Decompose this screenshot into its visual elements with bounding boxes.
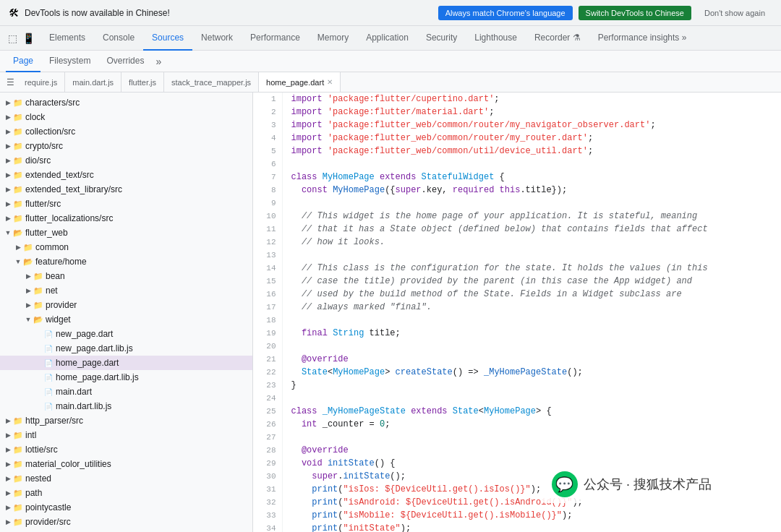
devtools-icon: 🛠	[9, 7, 19, 19]
tab-elements[interactable]: Elements	[40, 26, 94, 51]
tab-performance[interactable]: Performance	[242, 26, 309, 51]
folder-icon: 📁	[13, 459, 23, 469]
tree-item-label: pointycastle	[25, 502, 71, 512]
folder-arrow-icon: ▶	[3, 488, 13, 498]
tree-item-pointycastle[interactable]: ▶ 📁 pointycastle	[0, 500, 252, 515]
tree-item-label: nested	[25, 473, 51, 484]
tree-item-new-page-dart-lib[interactable]: 📄 new_page.dart.lib.js	[0, 341, 252, 356]
tree-item-http-parser[interactable]: ▶ 📁 http_parser/src	[0, 413, 252, 428]
folder-arrow-icon: ▶	[3, 213, 13, 223]
folder-arrow-icon: ▶	[3, 98, 13, 108]
dont-show-button[interactable]: Don't show again	[697, 6, 772, 20]
file-tab-main-dart-js[interactable]: main.dart.js	[65, 72, 121, 93]
file-tab-stack-trace[interactable]: stack_trace_mapper.js	[164, 72, 259, 93]
tree-item-label: http_parser/src	[25, 416, 83, 426]
file-tab-require-js[interactable]: require.js	[17, 72, 65, 93]
code-editor[interactable]: 1 import 'package:flutter/cupertino.dart…	[253, 93, 781, 532]
switch-to-chinese-button[interactable]: Switch DevTools to Chinese	[579, 6, 691, 20]
sources-sub-toolbar: Page Filesystem Overrides »	[0, 51, 781, 72]
tree-item-widget[interactable]: ▼ 📂 widget	[0, 312, 252, 327]
device-icon[interactable]: 📱	[22, 32, 35, 45]
close-tab-icon[interactable]: ✕	[327, 78, 333, 86]
tree-item-intl[interactable]: ▶ 📁 intl	[0, 428, 252, 442]
main-content: ▶ 📁 characters/src ▶ 📁 clock ▶ 📁 collect…	[0, 93, 781, 532]
code-line-20: 20	[253, 340, 781, 353]
tree-item-flutter[interactable]: ▶ 📁 flutter/src	[0, 197, 252, 211]
file-icon: 📄	[43, 329, 54, 339]
tree-item-label: bean	[46, 271, 65, 281]
folder-icon: 📁	[13, 170, 23, 180]
sub-tabs-more-icon[interactable]: »	[155, 56, 161, 67]
file-tab-list-icon[interactable]: ☰	[3, 72, 17, 93]
folder-arrow-icon: ▶	[3, 517, 13, 527]
tree-item-label: characters/src	[25, 98, 80, 108]
code-line-3: 3 import 'package:flutter_web/common/rou…	[253, 119, 781, 132]
tab-security[interactable]: Security	[417, 26, 466, 51]
code-line-26: 26 int _counter = 0;	[253, 418, 781, 431]
tree-item-label: flutter/src	[25, 199, 61, 209]
folder-arrow-icon: ▶	[3, 459, 13, 469]
code-line-6: 6	[253, 158, 781, 171]
tree-item-label: widget	[46, 314, 71, 325]
file-tab-home-page-dart[interactable]: home_page.dart ✕	[259, 72, 341, 93]
tree-item-home-page-dart[interactable]: 📄 home_page.dart	[0, 356, 252, 370]
tree-item-provider[interactable]: ▶ 📁 provider	[0, 298, 252, 312]
tree-item-main-dart-lib[interactable]: 📄 main.dart.lib.js	[0, 399, 252, 413]
file-tab-flutter-js[interactable]: flutter.js	[121, 72, 164, 93]
tree-item-flutter-localizations[interactable]: ▶ 📁 flutter_localizations/src	[0, 211, 252, 226]
tree-item-main-dart[interactable]: 📄 main.dart	[0, 385, 252, 399]
tree-item-label: provider	[46, 300, 77, 310]
sub-tab-page[interactable]: Page	[6, 51, 40, 72]
tree-item-material-color[interactable]: ▶ 📁 material_color_utilities	[0, 457, 252, 471]
tree-item-label: main.dart	[56, 387, 92, 397]
tree-item-extended-text-lib[interactable]: ▶ 📁 extended_text_library/src	[0, 182, 252, 197]
tab-recorder[interactable]: Recorder ⚗	[526, 26, 589, 51]
tree-item-characters[interactable]: ▶ 📁 characters/src	[0, 95, 252, 110]
sub-tab-filesystem[interactable]: Filesystem	[42, 51, 98, 72]
tree-item-common[interactable]: ▶ 📁 common	[0, 240, 252, 254]
file-icon: 📄	[43, 358, 54, 368]
tree-item-flutter-web[interactable]: ▼ 📂 flutter_web	[0, 226, 252, 240]
tree-item-path[interactable]: ▶ 📁 path	[0, 486, 252, 500]
tree-item-bean[interactable]: ▶ 📁 bean	[0, 269, 252, 283]
tree-item-lottie[interactable]: ▶ 📁 lottie/src	[0, 442, 252, 457]
main-toolbar: ⬚ 📱 Elements Console Sources Network Per…	[0, 26, 781, 51]
tab-sources[interactable]: Sources	[143, 26, 192, 51]
match-language-button[interactable]: Always match Chrome's language	[438, 6, 573, 20]
code-line-11: 11 // that it has a State object (define…	[253, 223, 781, 236]
tree-item-crypto[interactable]: ▶ 📁 crypto/src	[0, 139, 252, 153]
folder-icon: 📁	[13, 416, 23, 426]
code-line-22: 22 State<MyHomePage> createState() => _M…	[253, 366, 781, 379]
folder-arrow-icon: ▶	[3, 126, 13, 137]
tab-lighthouse[interactable]: Lighthouse	[466, 26, 526, 51]
tab-memory[interactable]: Memory	[309, 26, 357, 51]
tab-application[interactable]: Application	[357, 26, 417, 51]
tree-item-clock[interactable]: ▶ 📁 clock	[0, 110, 252, 124]
tree-item-nested[interactable]: ▶ 📁 nested	[0, 471, 252, 486]
tree-item-new-page-dart[interactable]: 📄 new_page.dart	[0, 327, 252, 341]
folder-arrow-icon: ▶	[13, 242, 23, 252]
tree-item-net[interactable]: ▶ 📁 net	[0, 283, 252, 298]
file-tab-label: stack_trace_mapper.js	[171, 78, 251, 87]
folder-icon: 📁	[13, 502, 23, 512]
folder-icon: 📁	[13, 199, 23, 209]
file-tabs-bar: ☰ require.js main.dart.js flutter.js sta…	[0, 72, 781, 93]
folder-icon: 📂	[33, 314, 43, 325]
tree-item-label: new_page.dart	[56, 329, 113, 339]
tree-item-label: dio/src	[25, 155, 51, 166]
tree-item-feature-home[interactable]: ▼ 📂 feature/home	[0, 254, 252, 269]
folder-icon: 📁	[33, 300, 43, 310]
tree-item-collection[interactable]: ▶ 📁 collection/src	[0, 124, 252, 139]
tree-item-provider-src[interactable]: ▶ 📁 provider/src	[0, 515, 252, 529]
code-line-7: 7 class MyHomePage extends StatefulWidge…	[253, 171, 781, 184]
tab-network[interactable]: Network	[192, 26, 242, 51]
tree-item-dio[interactable]: ▶ 📁 dio/src	[0, 153, 252, 168]
sub-tab-overrides[interactable]: Overrides	[99, 51, 151, 72]
tree-item-extended-text[interactable]: ▶ 📁 extended_text/src	[0, 168, 252, 182]
tree-item-home-page-dart-lib[interactable]: 📄 home_page.dart.lib.js	[0, 370, 252, 385]
tab-console[interactable]: Console	[94, 26, 143, 51]
folder-arrow-icon: ▶	[3, 141, 13, 151]
tree-item-label: feature/home	[35, 257, 87, 267]
inspect-icon[interactable]: ⬚	[6, 32, 19, 45]
tab-performance-insights[interactable]: Performance insights »	[589, 26, 696, 51]
